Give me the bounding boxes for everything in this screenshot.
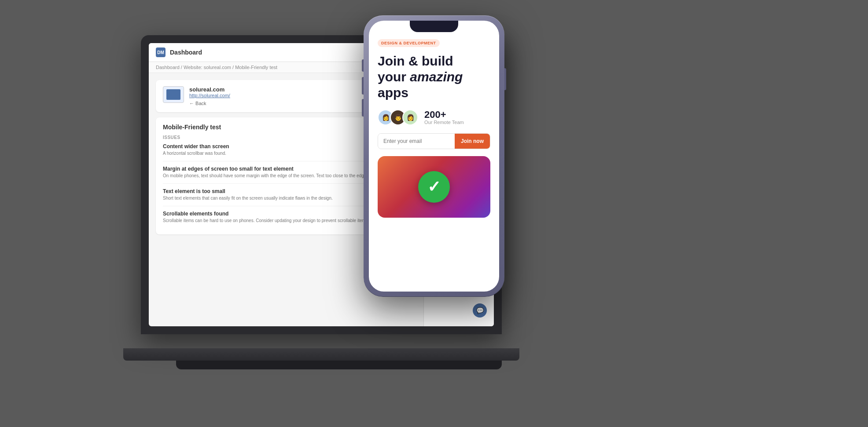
team-info: 200+ Our Remote Team bbox=[424, 110, 464, 125]
category-badge: DESIGN & DEVELOPMENT bbox=[378, 39, 440, 47]
phone-mute-button bbox=[362, 59, 364, 72]
phone-volume-up-button bbox=[362, 77, 364, 95]
heading-line1: Join & build bbox=[378, 54, 453, 68]
avatar-3: 👩 bbox=[402, 109, 418, 125]
chat-bubble-button[interactable]: 💬 bbox=[473, 303, 487, 318]
heading-line2-normal: your bbox=[378, 69, 410, 84]
join-now-button[interactable]: Join now bbox=[455, 134, 490, 149]
email-input[interactable] bbox=[378, 134, 455, 149]
team-section: 👩 👨 👩 200+ Our Remote Team bbox=[378, 109, 490, 125]
app-preview-card: ✓ bbox=[378, 156, 490, 218]
avatar-group: 👩 👨 👩 bbox=[378, 109, 418, 125]
heading-line3: apps bbox=[378, 85, 408, 100]
laptop-base bbox=[123, 348, 519, 361]
phone-notch bbox=[410, 21, 458, 32]
hero-heading: Join & build your amazing apps bbox=[378, 53, 490, 101]
phone-power-button bbox=[504, 68, 506, 90]
phone-device: DESIGN & DEVELOPMENT Join & build your a… bbox=[364, 15, 504, 297]
phone-content: DESIGN & DEVELOPMENT Join & build your a… bbox=[369, 21, 499, 292]
team-label: Our Remote Team bbox=[424, 120, 464, 125]
dashboard-icon: DM bbox=[156, 47, 166, 57]
dashboard-title: Dashboard bbox=[170, 49, 202, 56]
team-count: 200+ bbox=[424, 110, 464, 120]
heading-italic: amazing bbox=[410, 69, 463, 84]
success-checkmark: ✓ bbox=[418, 171, 450, 203]
site-icon bbox=[163, 86, 184, 103]
phone-bezel: DESIGN & DEVELOPMENT Join & build your a… bbox=[364, 15, 504, 297]
phone-volume-down-button bbox=[362, 99, 364, 117]
check-icon: ✓ bbox=[427, 179, 441, 195]
email-form: Join now bbox=[378, 133, 490, 149]
laptop-foot bbox=[176, 361, 502, 369]
phone-screen: DESIGN & DEVELOPMENT Join & build your a… bbox=[369, 21, 499, 292]
